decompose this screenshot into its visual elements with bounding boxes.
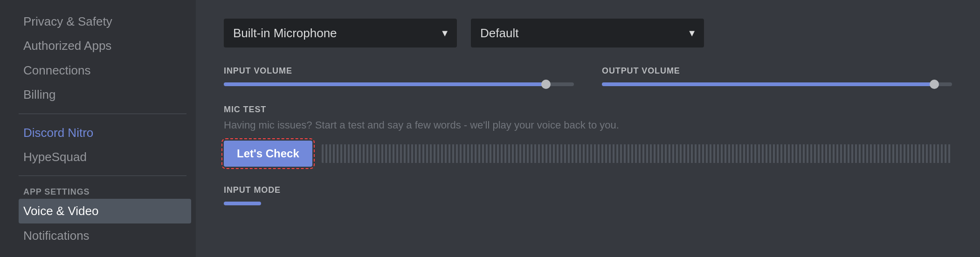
- volume-row: INPUT VOLUME OUTPUT VOLUME: [224, 66, 952, 86]
- output-select-wrapper: Default ▼: [471, 19, 704, 47]
- volume-section: INPUT VOLUME OUTPUT VOLUME: [224, 66, 952, 86]
- sidebar-item-notifications[interactable]: Notifications: [19, 223, 191, 248]
- input-volume-slider[interactable]: [224, 82, 574, 86]
- input-volume-item: INPUT VOLUME: [224, 66, 574, 86]
- microphone-select-wrapper: Built-in Microphone ▼: [224, 19, 457, 47]
- sidebar-section-app-settings: APP SETTINGS: [19, 183, 191, 199]
- sidebar-item-discord-nitro[interactable]: Discord Nitro: [19, 121, 191, 145]
- output-volume-fill: [602, 82, 934, 86]
- main-content: Built-in Microphone ▼ Default ▼ INPUT VO…: [196, 0, 980, 257]
- device-select-row: Built-in Microphone ▼ Default ▼: [224, 19, 952, 47]
- sidebar: Privacy & Safety Authorized Apps Connect…: [0, 0, 196, 257]
- output-volume-slider[interactable]: [602, 82, 952, 86]
- mic-test-section: MIC TEST Having mic issues? Start a test…: [224, 105, 952, 167]
- microphone-select[interactable]: Built-in Microphone: [224, 19, 457, 47]
- sidebar-item-privacy-safety[interactable]: Privacy & Safety: [19, 9, 191, 34]
- mic-test-row: Let's Check: [224, 141, 952, 167]
- sidebar-divider-1: [19, 114, 186, 114]
- output-select[interactable]: Default: [471, 19, 704, 47]
- sidebar-item-connections[interactable]: Connections: [19, 58, 191, 82]
- lets-check-button[interactable]: Let's Check: [224, 141, 312, 167]
- input-mode-bar: [224, 202, 261, 205]
- input-mode-section: INPUT MODE: [224, 185, 952, 205]
- mic-test-description: Having mic issues? Start a test and say …: [224, 119, 952, 131]
- output-volume-thumb[interactable]: [930, 80, 939, 89]
- output-volume-item: OUTPUT VOLUME: [602, 66, 952, 86]
- output-volume-label: OUTPUT VOLUME: [602, 66, 952, 76]
- mic-visualizer: [322, 144, 952, 163]
- input-volume-label: INPUT VOLUME: [224, 66, 574, 76]
- sidebar-divider-2: [19, 176, 186, 176]
- input-mode-label: INPUT MODE: [224, 185, 952, 195]
- sidebar-item-voice-video[interactable]: Voice & Video: [19, 199, 191, 223]
- sidebar-item-billing[interactable]: Billing: [19, 82, 191, 107]
- mic-test-label: MIC TEST: [224, 105, 952, 115]
- sidebar-item-authorized-apps[interactable]: Authorized Apps: [19, 34, 191, 58]
- input-volume-thumb[interactable]: [541, 80, 551, 89]
- sidebar-item-hypesquad[interactable]: HypeSquad: [19, 145, 191, 169]
- input-volume-fill: [224, 82, 546, 86]
